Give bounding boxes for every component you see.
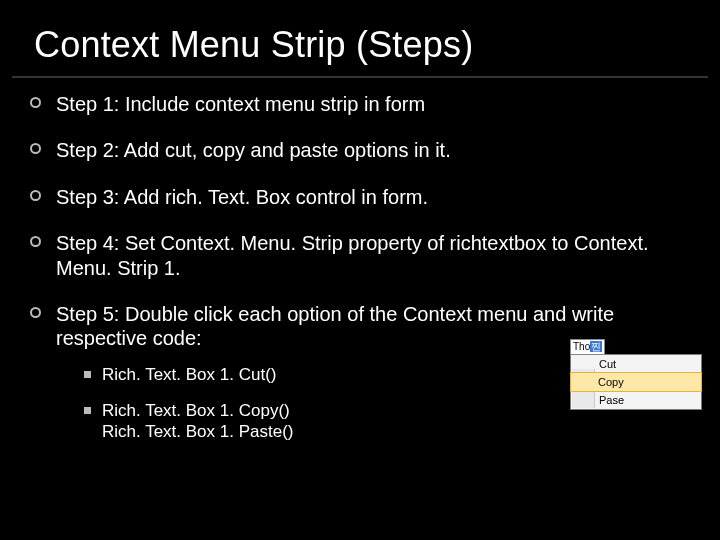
code-text: Rich. Text. Box 1. Paste() <box>102 422 293 441</box>
step-item: Step 4: Set Context. Menu. Strip propert… <box>30 231 694 302</box>
menu-item-cut[interactable]: Cut <box>571 355 701 373</box>
menu-item-label: Cut <box>599 358 616 370</box>
code-text: Rich. Text. Box 1. Copy() <box>102 401 290 420</box>
menu-item-label: Copy <box>598 376 624 388</box>
code-line: Rich. Text. Box 1. Copy() Rich. Text. Bo… <box>84 401 694 458</box>
menu-item-paste[interactable]: Pase <box>571 391 701 409</box>
step-item: Step 2: Add cut, copy and paste options … <box>30 138 694 184</box>
step-text: Step 5: Double click each option of the … <box>56 303 614 349</box>
menu-item-copy[interactable]: Copy <box>570 372 702 392</box>
slide-body: Step 1: Include context menu strip in fo… <box>0 92 720 481</box>
code-text: Rich. Text. Box 1. Cut() <box>102 365 276 384</box>
menu-item-label: Pase <box>599 394 624 406</box>
step-item: Step 1: Include context menu strip in fo… <box>30 92 694 138</box>
step-text: Step 2: Add cut, copy and paste options … <box>56 139 451 161</box>
step-item: Step 3: Add rich. Text. Box control in f… <box>30 185 694 231</box>
tag-plain: Tho <box>573 341 590 352</box>
step-text: Step 3: Add rich. Text. Box control in f… <box>56 186 428 208</box>
title-underline <box>12 76 708 78</box>
slide-title: Context Menu Strip (Steps) <box>0 0 720 74</box>
context-menu-popup: Cut Copy Pase <box>570 354 702 410</box>
steps-list: Step 1: Include context menu strip in fo… <box>30 92 694 481</box>
menu-owner-tag: Tho찐 <box>570 339 605 355</box>
step-text: Step 4: Set Context. Menu. Strip propert… <box>56 232 649 278</box>
tag-selected: 찐 <box>590 341 602 352</box>
context-menu-sample: Tho찐 Cut Copy Pase <box>570 339 702 410</box>
step-text: Step 1: Include context menu strip in fo… <box>56 93 425 115</box>
